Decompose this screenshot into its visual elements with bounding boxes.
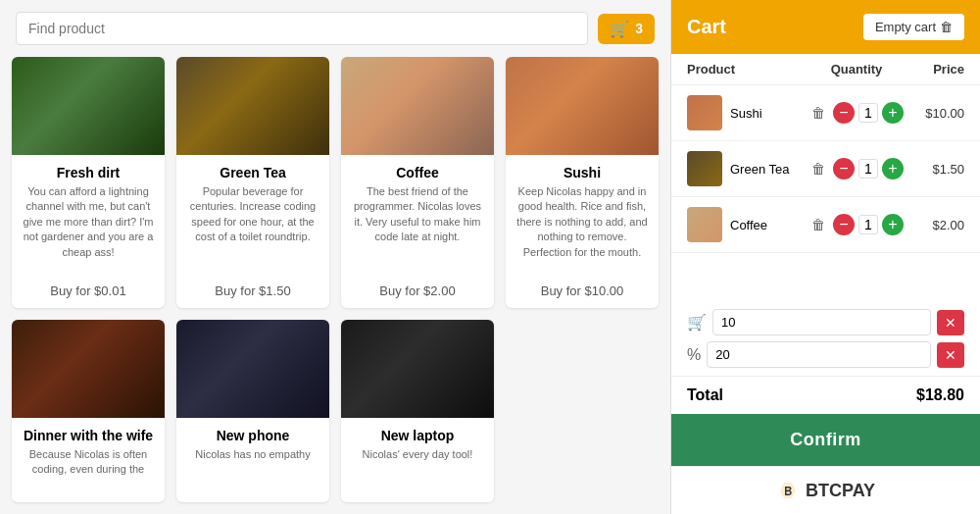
product-info: Green Tea Popular beverage for centuries… (176, 155, 329, 308)
product-name: Sushi (515, 165, 649, 180)
cart-item-delete-button[interactable]: 🗑 (808, 158, 829, 180)
cart-flat-icon: 🛒 (687, 313, 707, 332)
cart-item-image (687, 207, 722, 242)
product-info: New laptop Nicolas' every day tool! (341, 418, 494, 502)
cart-item-delete-button[interactable]: 🗑 (808, 102, 829, 124)
total-price: $18.80 (916, 386, 964, 404)
empty-cart-button[interactable]: Empty cart 🗑 (863, 14, 964, 40)
percent-discount-input[interactable] (707, 341, 931, 368)
cart-item-price: $10.00 (906, 106, 964, 121)
percent-icon: % (687, 346, 701, 364)
product-card[interactable]: Coffee The best friend of the programmer… (341, 57, 494, 308)
product-description: You can afford a lightning channel with … (22, 184, 155, 276)
quantity-increase-button[interactable]: + (882, 158, 904, 180)
cart-item-delete-button[interactable]: 🗑 (808, 214, 829, 235)
quantity-control: 🗑 − 1 + (808, 158, 906, 180)
product-image (176, 57, 329, 155)
product-card[interactable]: New phone Nicolas has no empathy (176, 320, 329, 502)
col-price: Price (906, 62, 964, 77)
product-info: New phone Nicolas has no empathy (176, 418, 329, 502)
btcpay-logo: BTCPAY (776, 479, 875, 502)
product-grid: Fresh dirt You can afford a lightning ch… (0, 57, 670, 514)
quantity-value: 1 (858, 103, 878, 123)
product-info: Fresh dirt You can afford a lightning ch… (12, 155, 165, 308)
cart-item: Sushi 🗑 − 1 + $10.00 (671, 85, 980, 141)
quantity-value: 1 (858, 159, 878, 179)
product-card[interactable]: Fresh dirt You can afford a lightning ch… (12, 57, 165, 308)
btcpay-label: BTCPAY (806, 481, 875, 501)
quantity-increase-button[interactable]: + (882, 214, 904, 235)
flat-discount-remove-button[interactable]: ✕ (937, 310, 964, 335)
cart-badge-button[interactable]: 🛒 3 (598, 14, 655, 44)
product-description: Nicolas has no empathy (186, 447, 319, 492)
quantity-decrease-button[interactable]: − (833, 102, 855, 124)
cart-item-image (687, 95, 722, 130)
product-name: New laptop (351, 428, 484, 443)
product-card[interactable]: Dinner with the wife Because Nicolas is … (12, 320, 165, 502)
flat-discount-input[interactable] (712, 309, 931, 335)
cart-item: Green Tea 🗑 − 1 + $1.50 (671, 141, 980, 197)
cart-item-price: $1.50 (906, 162, 964, 177)
product-image (12, 320, 165, 418)
product-buy-label: Buy for $2.00 (351, 283, 484, 298)
cart-panel: Cart Empty cart 🗑 Product Quantity Price… (670, 0, 980, 514)
discount-section: 🛒 ✕ % ✕ (671, 301, 980, 376)
product-name: Green Tea (186, 165, 319, 180)
product-image (341, 57, 494, 155)
product-description: The best friend of the programmer. Nicol… (351, 184, 484, 276)
search-bar: 🛒 3 (0, 0, 670, 57)
cart-item-info: Sushi (687, 95, 808, 130)
col-product: Product (687, 62, 808, 77)
quantity-increase-button[interactable]: + (882, 102, 904, 124)
cart-item: Coffee 🗑 − 1 + $2.00 (671, 197, 980, 253)
cart-item-name: Green Tea (730, 162, 789, 177)
product-image (12, 57, 165, 155)
product-info: Coffee The best friend of the programmer… (341, 155, 494, 308)
product-description: Keep Nicolas happy and in good health. R… (515, 184, 649, 276)
product-description: Because Nicolas is often coding, even du… (22, 447, 155, 492)
quantity-decrease-button[interactable]: − (833, 158, 855, 180)
percent-discount-row: % ✕ (687, 341, 964, 368)
product-info: Sushi Keep Nicolas happy and in good hea… (506, 155, 659, 308)
product-card[interactable]: Sushi Keep Nicolas happy and in good hea… (506, 57, 659, 308)
cart-count: 3 (635, 21, 643, 36)
cart-item-image (687, 151, 722, 186)
cart-item-price: $2.00 (906, 218, 964, 232)
cart-item-info: Coffee (687, 207, 808, 242)
product-name: Dinner with the wife (22, 428, 155, 443)
cart-table-header: Product Quantity Price (671, 54, 980, 85)
search-input[interactable] (16, 12, 588, 45)
quantity-control: 🗑 − 1 + (808, 214, 906, 235)
confirm-button[interactable]: Confirm (671, 414, 980, 466)
confirm-label: Confirm (790, 430, 861, 449)
cart-icon: 🛒 (610, 20, 629, 38)
product-image (176, 320, 329, 418)
quantity-control: 🗑 − 1 + (808, 102, 906, 124)
percent-discount-remove-button[interactable]: ✕ (937, 342, 964, 368)
product-buy-label: Buy for $1.50 (186, 283, 319, 298)
empty-cart-label: Empty cart (875, 20, 936, 34)
quantity-decrease-button[interactable]: − (833, 214, 855, 235)
cart-title: Cart (687, 16, 726, 38)
cart-item-name: Coffee (730, 218, 767, 232)
btcpay-icon (776, 479, 800, 502)
left-panel: 🛒 3 Fresh dirt You can afford a lightnin… (0, 0, 670, 514)
product-card[interactable]: New laptop Nicolas' every day tool! (341, 320, 494, 502)
product-image (506, 57, 659, 155)
product-name: Coffee (351, 165, 484, 180)
product-buy-label: Buy for $10.00 (515, 283, 649, 298)
product-buy-label: Buy for $0.01 (22, 283, 155, 298)
cart-item-info: Green Tea (687, 151, 808, 186)
cart-item-name: Sushi (730, 106, 762, 121)
product-image (341, 320, 494, 418)
product-card[interactable]: Green Tea Popular beverage for centuries… (176, 57, 329, 308)
product-description: Nicolas' every day tool! (351, 447, 484, 492)
btcpay-footer: BTCPAY (671, 466, 980, 514)
col-quantity: Quantity (808, 62, 906, 77)
trash-icon: 🗑 (940, 20, 953, 34)
product-name: New phone (186, 428, 319, 443)
product-info: Dinner with the wife Because Nicolas is … (12, 418, 165, 502)
cart-total: Total $18.80 (671, 376, 980, 414)
product-description: Popular beverage for centuries. Increase… (186, 184, 319, 276)
flat-discount-row: 🛒 ✕ (687, 309, 964, 335)
